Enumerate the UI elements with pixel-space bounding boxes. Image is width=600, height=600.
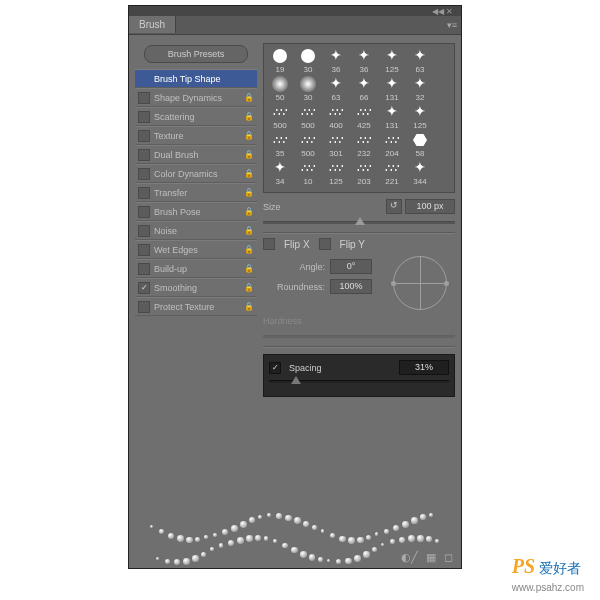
brush-thumb[interactable]: 50 bbox=[266, 76, 294, 102]
brush-thumb[interactable]: ✦131 bbox=[378, 76, 406, 102]
tab-brush[interactable]: Brush bbox=[129, 16, 176, 33]
spacing-section: ✓ Spacing 31% bbox=[263, 354, 455, 397]
flip-y-label: Flip Y bbox=[340, 239, 365, 250]
spacing-value[interactable]: 31% bbox=[399, 360, 449, 375]
brush-thumb[interactable]: ∴∵425 bbox=[350, 104, 378, 130]
panel-menu-icon[interactable]: ▾≡ bbox=[447, 20, 457, 30]
brush-thumb[interactable]: ✦36 bbox=[322, 48, 350, 74]
brush-thumb[interactable]: ∴∵232 bbox=[350, 132, 378, 158]
brush-thumb[interactable]: ∴∵500 bbox=[294, 104, 322, 130]
flip-x-checkbox[interactable] bbox=[263, 238, 275, 250]
brush-thumb[interactable]: ∴∵203 bbox=[350, 160, 378, 186]
option-label: Color Dynamics bbox=[154, 169, 244, 179]
brush-thumb[interactable]: 19 bbox=[266, 48, 294, 74]
option-checkbox[interactable] bbox=[138, 244, 150, 256]
brush-thumb[interactable]: 30 bbox=[294, 76, 322, 102]
angle-value[interactable]: 0° bbox=[330, 259, 372, 274]
option-build-up[interactable]: Build-up🔒 bbox=[135, 259, 257, 278]
option-dual-brush[interactable]: Dual Brush🔒 bbox=[135, 145, 257, 164]
option-checkbox[interactable] bbox=[138, 187, 150, 199]
hardness-slider bbox=[263, 330, 455, 342]
option-color-dynamics[interactable]: Color Dynamics🔒 bbox=[135, 164, 257, 183]
panel-topbar[interactable]: ◀◀ ✕ bbox=[129, 6, 461, 16]
option-scattering[interactable]: Scattering🔒 bbox=[135, 107, 257, 126]
option-checkbox[interactable]: ✓ bbox=[138, 282, 150, 294]
option-protect-texture[interactable]: Protect Texture🔒 bbox=[135, 297, 257, 316]
toggle-icon[interactable]: ◐╱ bbox=[401, 551, 418, 564]
option-checkbox[interactable] bbox=[138, 130, 150, 142]
option-smoothing[interactable]: ✓Smoothing🔒 bbox=[135, 278, 257, 297]
option-noise[interactable]: Noise🔒 bbox=[135, 221, 257, 240]
lock-icon[interactable]: 🔒 bbox=[244, 169, 254, 178]
option-brush-tip-shape[interactable]: Brush Tip Shape bbox=[135, 69, 257, 88]
spacing-checkbox[interactable]: ✓ bbox=[269, 362, 281, 374]
size-value[interactable]: 100 px bbox=[405, 199, 455, 214]
lock-icon[interactable]: 🔒 bbox=[244, 283, 254, 292]
lock-icon[interactable]: 🔒 bbox=[244, 150, 254, 159]
brush-thumb[interactable]: ✦125 bbox=[378, 48, 406, 74]
brush-thumb[interactable]: ✦34 bbox=[266, 160, 294, 186]
brush-thumb[interactable]: ∴∵500 bbox=[266, 104, 294, 130]
brush-thumb[interactable]: ✦36 bbox=[350, 48, 378, 74]
option-texture[interactable]: Texture🔒 bbox=[135, 126, 257, 145]
lock-icon[interactable]: 🔒 bbox=[244, 226, 254, 235]
option-checkbox[interactable] bbox=[138, 225, 150, 237]
brush-thumb[interactable]: ∴∵221 bbox=[378, 160, 406, 186]
brush-thumb[interactable]: ✦63 bbox=[406, 48, 434, 74]
angle-roundness-control[interactable] bbox=[393, 256, 447, 310]
option-label: Texture bbox=[154, 131, 244, 141]
size-slider[interactable] bbox=[263, 216, 455, 228]
brush-presets-button[interactable]: Brush Presets bbox=[144, 45, 248, 63]
brush-thumb[interactable]: ✦131 bbox=[378, 104, 406, 130]
panel-footer-icons[interactable]: ◐╱ ▦ ◻ bbox=[401, 551, 453, 564]
lock-icon[interactable]: 🔒 bbox=[244, 245, 254, 254]
lock-icon[interactable]: 🔒 bbox=[244, 93, 254, 102]
brush-panel: ◀◀ ✕ Brush ▾≡ Brush Presets Brush Tip Sh… bbox=[128, 5, 462, 569]
option-label: Transfer bbox=[154, 188, 244, 198]
brush-thumbnail-grid[interactable]: 1930✦36✦36✦125✦635030✦63✦66✦131✦32∴∵500∴… bbox=[263, 43, 455, 193]
brush-thumb[interactable]: ∴∵301 bbox=[322, 132, 350, 158]
brush-thumb[interactable]: ∴∵35 bbox=[266, 132, 294, 158]
option-brush-pose[interactable]: Brush Pose🔒 bbox=[135, 202, 257, 221]
brush-thumb[interactable]: ✦344 bbox=[406, 160, 434, 186]
new-icon[interactable]: ◻ bbox=[444, 551, 453, 564]
angle-label: Angle: bbox=[263, 262, 325, 272]
brush-thumb[interactable]: ∴∵400 bbox=[322, 104, 350, 130]
lock-icon[interactable]: 🔒 bbox=[244, 188, 254, 197]
option-checkbox[interactable] bbox=[138, 206, 150, 218]
lock-icon[interactable]: 🔒 bbox=[244, 112, 254, 121]
option-transfer[interactable]: Transfer🔒 bbox=[135, 183, 257, 202]
option-checkbox[interactable] bbox=[138, 92, 150, 104]
option-label: Wet Edges bbox=[154, 245, 244, 255]
brush-thumb[interactable]: ✦66 bbox=[350, 76, 378, 102]
option-checkbox[interactable] bbox=[138, 149, 150, 161]
grid-icon[interactable]: ▦ bbox=[426, 551, 436, 564]
option-label: Scattering bbox=[154, 112, 244, 122]
option-label: Dual Brush bbox=[154, 150, 244, 160]
spacing-slider[interactable] bbox=[269, 375, 449, 387]
brush-thumb[interactable]: ∴∵10 bbox=[294, 160, 322, 186]
brush-thumb[interactable]: ✦32 bbox=[406, 76, 434, 102]
option-wet-edges[interactable]: Wet Edges🔒 bbox=[135, 240, 257, 259]
option-checkbox[interactable] bbox=[138, 301, 150, 313]
option-label: Smoothing bbox=[154, 283, 244, 293]
brush-thumb[interactable]: ∴∵125 bbox=[322, 160, 350, 186]
watermark: PS 爱好者 www.psahz.com bbox=[512, 555, 584, 594]
brush-thumb[interactable]: 58 bbox=[406, 132, 434, 158]
lock-icon[interactable]: 🔒 bbox=[244, 131, 254, 140]
brush-thumb[interactable]: ∴∵204 bbox=[378, 132, 406, 158]
lock-icon[interactable]: 🔒 bbox=[244, 207, 254, 216]
brush-thumb[interactable]: ∴∵500 bbox=[294, 132, 322, 158]
lock-icon[interactable]: 🔒 bbox=[244, 264, 254, 273]
roundness-value[interactable]: 100% bbox=[330, 279, 372, 294]
brush-thumb[interactable]: ✦125 bbox=[406, 104, 434, 130]
option-checkbox[interactable] bbox=[138, 168, 150, 180]
reset-size-icon[interactable]: ↺ bbox=[386, 199, 402, 214]
option-shape-dynamics[interactable]: Shape Dynamics🔒 bbox=[135, 88, 257, 107]
brush-thumb[interactable]: ✦63 bbox=[322, 76, 350, 102]
lock-icon[interactable]: 🔒 bbox=[244, 302, 254, 311]
option-checkbox[interactable] bbox=[138, 111, 150, 123]
flip-y-checkbox[interactable] bbox=[319, 238, 331, 250]
option-checkbox[interactable] bbox=[138, 263, 150, 275]
brush-thumb[interactable]: 30 bbox=[294, 48, 322, 74]
